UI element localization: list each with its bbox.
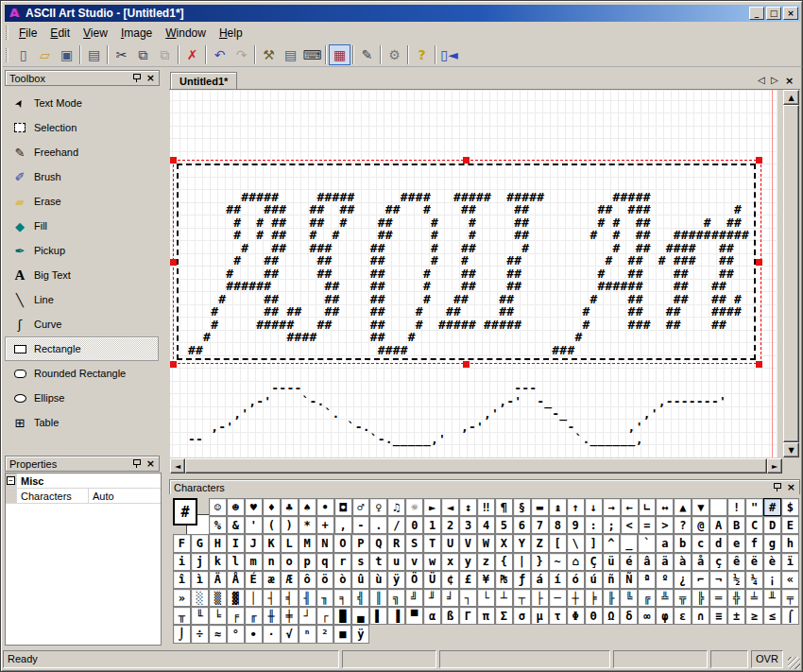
char-cell[interactable]: 5 [495, 516, 513, 534]
char-cell[interactable]: ♀ [369, 498, 387, 516]
char-cell[interactable]: I [227, 534, 245, 552]
char-cell[interactable]: à [674, 553, 692, 571]
drawing-canvas[interactable]: ##### ##### #### ##### ##### ##### ## ##… [170, 90, 777, 457]
close-icon[interactable]: × [146, 73, 155, 83]
char-cell[interactable]: ▐ [387, 607, 405, 625]
wrench-options-button[interactable]: ⚙ [384, 44, 405, 65]
char-cell[interactable]: ╔ [638, 589, 656, 607]
char-cell[interactable]: ï [781, 553, 799, 571]
char-cell[interactable]: ╥ [173, 607, 191, 625]
char-cell[interactable]: | [513, 553, 531, 571]
char-cell[interactable]: ☺ [209, 498, 227, 516]
char-cell[interactable]: ╗ [387, 589, 405, 607]
char-cell[interactable]: r [333, 553, 351, 571]
char-cell[interactable]: V [459, 534, 477, 552]
save-button[interactable]: ▣ [56, 44, 77, 65]
char-cell[interactable]: [ [549, 534, 567, 552]
char-cell[interactable]: ≤ [763, 607, 781, 625]
char-cell[interactable]: w [423, 553, 441, 571]
char-cell[interactable]: ♂ [352, 498, 370, 516]
char-cell[interactable]: ² [316, 625, 334, 643]
char-cell[interactable]: Y [513, 534, 531, 552]
char-cell[interactable]: ║ [369, 589, 387, 607]
char-cell[interactable]: ♦ [263, 498, 281, 516]
char-cell[interactable]: ╖ [316, 589, 334, 607]
char-cell[interactable]: 8 [549, 516, 567, 534]
char-cell[interactable]: ¶ [495, 498, 513, 516]
char-cell[interactable]: E [781, 516, 799, 534]
char-cell[interactable]: 2 [441, 516, 459, 534]
char-cell[interactable]: M [299, 534, 316, 552]
char-cell[interactable]: g [763, 534, 781, 552]
char-cell[interactable]: · [263, 625, 281, 643]
delete-button[interactable]: ✗ [181, 44, 203, 65]
char-cell[interactable]: f [745, 534, 763, 552]
maximize-button[interactable]: □ [766, 7, 781, 20]
char-cell[interactable]: ═ [709, 589, 727, 607]
char-cell[interactable]: ╙ [191, 607, 209, 625]
char-cell[interactable]: 1 [423, 516, 441, 534]
char-cell[interactable]: ⌐ [692, 571, 709, 589]
open-button[interactable]: ▱ [34, 44, 56, 65]
close-icon[interactable]: × [787, 482, 795, 492]
tool-erase[interactable]: ▰Erase [5, 189, 159, 214]
char-cell[interactable]: É [245, 571, 263, 589]
char-cell[interactable]: @ [692, 516, 709, 534]
char-cell[interactable]: ┤ [263, 589, 281, 607]
char-cell[interactable]: ☻ [227, 498, 245, 516]
new-button[interactable]: ▯ [12, 44, 34, 65]
char-cell[interactable]: d [709, 534, 727, 552]
char-cell[interactable]: F [173, 534, 191, 552]
char-cell[interactable]: ¢ [441, 571, 459, 589]
toolbar-grip[interactable] [6, 48, 9, 62]
char-cell[interactable]: . [369, 516, 387, 534]
char-cell[interactable]: ╟ [603, 589, 621, 607]
pin-icon[interactable] [132, 458, 141, 469]
char-cell[interactable]: ß [441, 607, 459, 625]
char-cell[interactable]: J [245, 534, 263, 552]
char-cell[interactable]: ┴ [495, 589, 513, 607]
char-cell[interactable]: í [549, 571, 567, 589]
foreground-char-preview[interactable]: # [173, 498, 197, 526]
char-cell[interactable]: σ [513, 607, 531, 625]
char-cell[interactable]: ╠ [692, 589, 709, 607]
char-cell[interactable]: - [352, 516, 370, 534]
char-cell[interactable]: « [781, 571, 799, 589]
char-cell[interactable]: û [351, 571, 369, 589]
char-cell[interactable]: Ñ [620, 571, 638, 589]
char-cell[interactable]: ≥ [745, 607, 763, 625]
char-cell[interactable]: ¬ [709, 571, 727, 589]
tool-line[interactable]: ╲Line [5, 287, 159, 312]
char-cell[interactable]: T [423, 534, 441, 552]
char-cell[interactable]: ↔ [656, 498, 674, 516]
char-cell[interactable]: l [227, 553, 245, 571]
resize-grip[interactable] [788, 657, 800, 669]
char-cell[interactable]: ü [603, 553, 621, 571]
pin-icon[interactable] [773, 482, 781, 492]
char-cell[interactable]: ⌂ [567, 553, 585, 571]
char-cell[interactable]: Φ [567, 607, 585, 625]
char-cell[interactable]: ╫ [263, 607, 281, 625]
char-cell[interactable]: ░ [191, 589, 209, 607]
char-cell[interactable]: ª [638, 571, 656, 589]
char-cell[interactable]: c [692, 534, 709, 552]
char-cell[interactable]: ¥ [477, 571, 495, 589]
tool-brush[interactable]: ✐Brush [5, 164, 159, 189]
properties-group-row[interactable]: − Misc [6, 474, 161, 489]
char-cell[interactable]: ╜ [423, 589, 441, 607]
tool-curve[interactable]: ʃCurve [5, 312, 159, 336]
char-cell[interactable]: o [281, 553, 299, 571]
selection-handle-e[interactable] [756, 259, 762, 266]
menu-view[interactable]: View [77, 25, 114, 42]
char-cell[interactable]: Å [227, 571, 245, 589]
char-cell[interactable]: n [263, 553, 281, 571]
char-cell[interactable]: h [781, 534, 799, 552]
char-cell[interactable]: ♣ [281, 498, 299, 516]
char-cell[interactable]: ▼ [692, 498, 709, 516]
char-cell[interactable]: ▓ [227, 589, 245, 607]
char-cell[interactable]: Θ [585, 607, 603, 625]
char-cell[interactable]: " [745, 498, 763, 516]
char-cell[interactable]: Æ [281, 571, 299, 589]
char-cell[interactable]: ± [727, 607, 745, 625]
char-cell[interactable]: ╘ [209, 607, 227, 625]
